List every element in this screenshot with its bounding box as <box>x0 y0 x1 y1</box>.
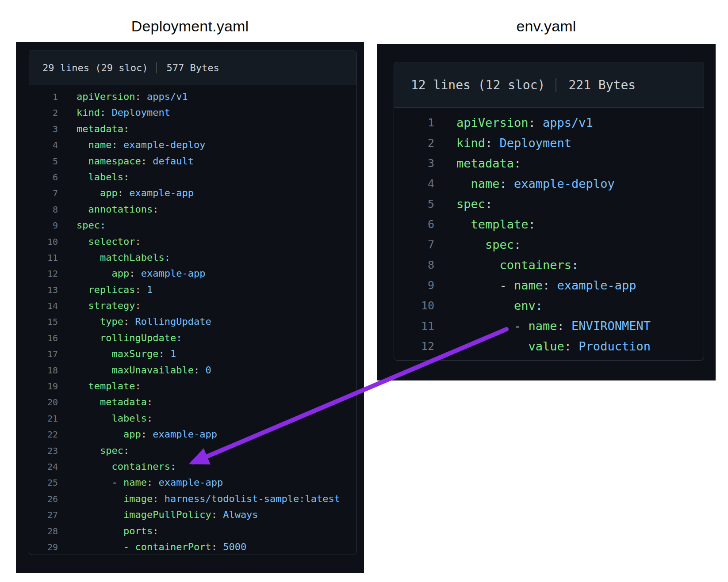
code-text: rollingUpdate: <box>58 330 356 346</box>
code-text: value: Production <box>434 336 704 357</box>
code-text: metadata: <box>58 121 356 137</box>
line-number[interactable]: 1 <box>394 113 434 133</box>
code-line: 13 replicas: 1 <box>29 282 356 298</box>
code-line: 9 - name: example-app <box>394 275 704 296</box>
line-number[interactable]: 1 <box>29 89 58 105</box>
line-number[interactable]: 7 <box>394 235 434 255</box>
line-number[interactable]: 18 <box>29 362 58 378</box>
code-text: - name: ENVIRONMENT <box>434 316 704 336</box>
line-number[interactable]: 2 <box>29 105 58 121</box>
code-text: name: example-deploy <box>58 137 356 153</box>
code-text: namespace: default <box>58 153 356 169</box>
code-line: 16 rollingUpdate: <box>29 330 356 346</box>
deployment-file-title: Deployment.yaml <box>16 18 364 35</box>
code-line: 7 spec: <box>394 235 704 255</box>
line-number[interactable]: 26 <box>29 491 58 507</box>
code-text: ports: <box>58 523 356 539</box>
code-text: image: harness/todolist-sample:latest <box>58 491 356 507</box>
line-number[interactable]: 10 <box>394 296 434 316</box>
line-number[interactable]: 10 <box>29 234 58 250</box>
code-line: 29 - containerPort: 5000 <box>29 539 356 555</box>
line-number[interactable]: 11 <box>394 316 434 336</box>
code-text: matchLabels: <box>58 250 356 266</box>
line-number[interactable]: 21 <box>29 411 58 426</box>
line-number[interactable]: 23 <box>29 443 58 459</box>
line-number[interactable]: 12 <box>394 336 434 357</box>
code-line: 8 containers: <box>394 255 704 275</box>
code-text: apiVersion: apps/v1 <box>58 89 356 105</box>
code-text: - name: example-app <box>434 275 704 296</box>
line-number[interactable]: 24 <box>29 459 58 475</box>
code-line: 7 app: example-app <box>29 185 356 201</box>
code-text: maxSurge: 1 <box>58 346 356 362</box>
deployment-code: 1apiVersion: apps/v12kind: Deployment3me… <box>29 85 356 555</box>
line-number[interactable]: 16 <box>29 330 58 346</box>
line-number[interactable]: 3 <box>29 121 58 137</box>
code-line: 19 template: <box>29 378 356 394</box>
code-text: type: RollingUpdate <box>58 314 356 330</box>
code-line: 4 name: example-deploy <box>29 137 356 153</box>
env-file-stats-header: 12 lines (12 sloc) 221 Bytes <box>394 62 704 108</box>
code-text: spec: <box>434 235 704 255</box>
code-text: - name: example-app <box>58 475 356 491</box>
code-line: 17 maxSurge: 1 <box>29 346 356 362</box>
code-text: template: <box>434 214 704 235</box>
code-line: 18 maxUnavailable: 0 <box>29 362 356 378</box>
line-number[interactable]: 9 <box>29 217 58 233</box>
line-number[interactable]: 15 <box>29 314 58 330</box>
line-number[interactable]: 17 <box>29 346 58 362</box>
code-line: 3metadata: <box>29 121 356 137</box>
deployment-file-stats-header: 29 lines (29 sloc) 577 Bytes <box>29 50 356 85</box>
code-line: 5spec: <box>394 194 704 214</box>
code-text: selector: <box>58 234 356 250</box>
line-number[interactable]: 20 <box>29 394 58 410</box>
code-text: app: example-app <box>58 185 356 201</box>
line-number[interactable]: 6 <box>394 214 434 235</box>
code-text: metadata: <box>58 394 356 410</box>
line-number[interactable]: 19 <box>29 378 58 394</box>
line-number[interactable]: 22 <box>29 426 58 442</box>
line-number[interactable]: 9 <box>394 275 434 296</box>
line-number[interactable]: 4 <box>29 137 58 153</box>
line-number[interactable]: 5 <box>394 194 434 214</box>
line-number[interactable]: 12 <box>29 266 58 281</box>
line-number[interactable]: 2 <box>394 133 434 153</box>
code-line: 10 env: <box>394 296 704 316</box>
code-line: 26 image: harness/todolist-sample:latest <box>29 491 356 507</box>
code-line: 23 spec: <box>29 443 356 459</box>
line-number[interactable]: 25 <box>29 475 58 491</box>
line-number[interactable]: 29 <box>29 539 58 555</box>
code-line: 24 containers: <box>29 459 356 475</box>
line-number[interactable]: 8 <box>394 255 434 275</box>
code-text: - containerPort: 5000 <box>58 539 356 555</box>
code-line: 14 strategy: <box>29 298 356 314</box>
line-number[interactable]: 5 <box>29 153 58 169</box>
line-number[interactable]: 27 <box>29 507 58 523</box>
deployment-line-count: 29 lines (29 sloc) <box>42 62 148 73</box>
code-line: 4 name: example-deploy <box>394 174 704 194</box>
line-number[interactable]: 14 <box>29 298 58 314</box>
line-number[interactable]: 6 <box>29 169 58 185</box>
code-text: strategy: <box>58 298 356 314</box>
code-line: 6 template: <box>394 214 704 235</box>
env-panel: 12 lines (12 sloc) 221 Bytes 1apiVersion… <box>377 44 716 380</box>
line-number[interactable]: 13 <box>29 282 58 298</box>
deployment-file-size: 577 Bytes <box>156 62 219 73</box>
code-line: 11 - name: ENVIRONMENT <box>394 316 704 336</box>
line-number[interactable]: 28 <box>29 523 58 539</box>
code-text: name: example-deploy <box>434 174 704 194</box>
env-line-count: 12 lines (12 sloc) <box>411 78 545 92</box>
code-line: 27 imagePullPolicy: Always <box>29 507 356 523</box>
line-number[interactable]: 3 <box>394 153 434 174</box>
line-number[interactable]: 4 <box>394 174 434 194</box>
code-line: 5 namespace: default <box>29 153 356 169</box>
line-number[interactable]: 8 <box>29 202 58 217</box>
code-text: kind: Deployment <box>434 133 704 153</box>
env-code: 1apiVersion: apps/v12kind: Deployment3me… <box>394 108 704 357</box>
line-number[interactable]: 7 <box>29 185 58 201</box>
code-line: 22 app: example-app <box>29 426 356 442</box>
line-number[interactable]: 11 <box>29 250 58 266</box>
code-text: app: example-app <box>58 266 356 281</box>
code-line: 8 annotations: <box>29 202 356 217</box>
code-line: 10 selector: <box>29 234 356 250</box>
